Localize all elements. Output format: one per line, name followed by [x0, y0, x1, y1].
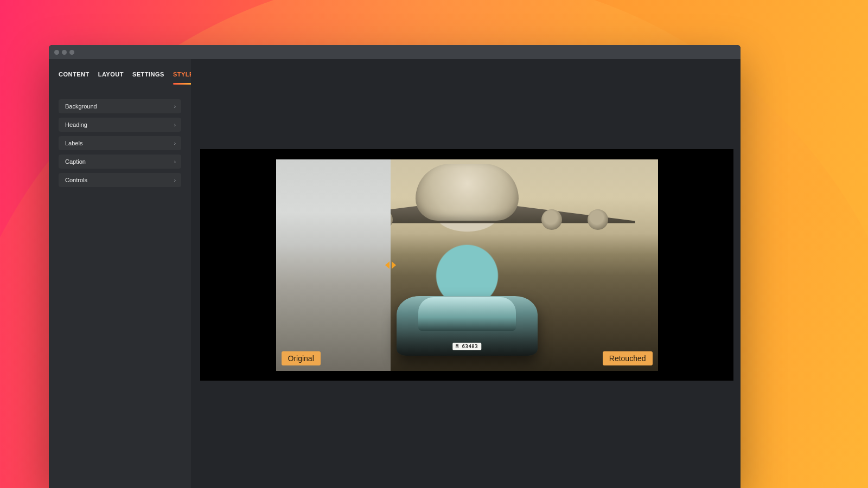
image-before	[276, 159, 391, 371]
window-titlebar	[49, 45, 741, 59]
plane-engine-graphic	[541, 209, 562, 230]
accordion-item-caption[interactable]: Caption ›	[59, 155, 181, 169]
sidebar-tabs: CONTENT LAYOUT SETTINGS STYLE	[49, 59, 191, 84]
preview-area: M 63483 Original Retouched	[191, 59, 741, 488]
tab-settings[interactable]: SETTINGS	[132, 71, 164, 84]
accordion-item-label: Caption	[65, 158, 86, 165]
comparison-stage: M 63483 Original Retouched	[200, 149, 733, 381]
tab-content-label: CONTENT	[59, 71, 90, 78]
accordion-item-label: Heading	[65, 121, 87, 128]
comparison-label-before: Original	[282, 351, 321, 365]
page-backdrop: CONTENT LAYOUT SETTINGS STYLE Background…	[0, 0, 868, 488]
comparison-divider-handle[interactable]	[382, 259, 399, 272]
comparison-slider[interactable]: M 63483 Original Retouched	[276, 159, 658, 371]
style-accordion-list: Background › Heading › Labels › Caption …	[49, 84, 191, 187]
app-body: CONTENT LAYOUT SETTINGS STYLE Background…	[49, 59, 741, 488]
window-minimize-dot[interactable]	[62, 50, 67, 55]
accordion-item-label: Background	[65, 103, 97, 110]
plane-engine-graphic	[588, 209, 608, 230]
tab-layout[interactable]: LAYOUT	[98, 71, 124, 84]
window-zoom-dot[interactable]	[69, 50, 74, 55]
arrow-left-icon	[385, 261, 390, 269]
chevron-right-icon: ›	[174, 104, 176, 110]
license-plate: M 63483	[452, 343, 481, 350]
arrow-right-icon	[392, 261, 396, 269]
accordion-item-labels[interactable]: Labels ›	[59, 136, 181, 150]
accordion-item-label: Labels	[65, 140, 82, 146]
sidebar: CONTENT LAYOUT SETTINGS STYLE Background…	[49, 59, 191, 488]
window-close-dot[interactable]	[54, 50, 59, 55]
app-window: CONTENT LAYOUT SETTINGS STYLE Background…	[49, 45, 741, 488]
chevron-right-icon: ›	[174, 122, 176, 128]
tab-settings-label: SETTINGS	[132, 71, 164, 78]
tab-content[interactable]: CONTENT	[59, 71, 90, 84]
accordion-item-background[interactable]: Background ›	[59, 99, 181, 113]
accordion-item-heading[interactable]: Heading ›	[59, 118, 181, 132]
image-before-clip	[276, 159, 391, 371]
chevron-right-icon: ›	[174, 177, 176, 183]
tab-layout-label: LAYOUT	[98, 71, 124, 78]
chevron-right-icon: ›	[174, 159, 176, 165]
accordion-item-label: Controls	[65, 177, 87, 183]
comparison-label-after: Retouched	[603, 351, 653, 365]
accordion-item-controls[interactable]: Controls ›	[59, 173, 181, 187]
chevron-right-icon: ›	[174, 140, 176, 146]
